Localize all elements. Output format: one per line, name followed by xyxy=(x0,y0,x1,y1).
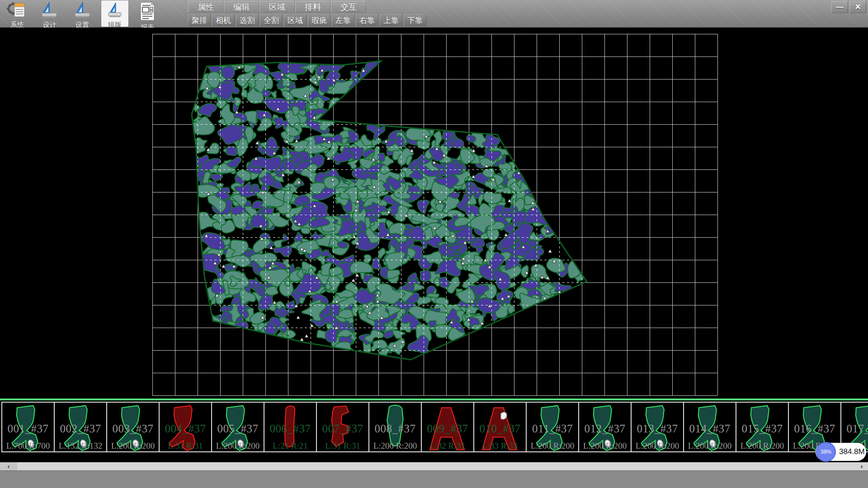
piece-cells: 001_#37L:700 R:700002_#37L:132 R:132003_… xyxy=(1,402,868,452)
tool-button-bar: 聚排相机选割全割区域瑕疵左靠右靠上靠下靠 xyxy=(188,14,426,26)
tool-button-2[interactable]: 选割 xyxy=(236,14,259,26)
menu-tab-0[interactable]: 属性 xyxy=(188,1,223,13)
window-controls: — ✕ xyxy=(831,1,866,13)
piece-lr-count: L:200 R:200 xyxy=(632,441,683,451)
piece-id-label: 006_#37 xyxy=(264,422,316,435)
close-button[interactable]: ✕ xyxy=(849,1,866,13)
memory-usage-value: 384.8M xyxy=(839,443,865,461)
piece-id-label: 005_#37 xyxy=(212,422,264,435)
piece-id-label: 013_#37 xyxy=(632,422,683,435)
tool-button-0[interactable]: 聚排 xyxy=(188,14,211,26)
piece-cell-008_#37[interactable]: 008_#37L:200 R:200 xyxy=(368,402,422,452)
piece-lr-count: L:21 R:21 xyxy=(264,441,316,451)
tool-button-6[interactable]: 左靠 xyxy=(332,14,354,26)
piece-lr-count: L:200 R:200 xyxy=(736,441,788,451)
piece-lr-count: L:31 R:31 xyxy=(317,441,368,451)
piece-lr-count: L:200 R:200 xyxy=(212,441,264,451)
piece-lr-count: L:31 R:31 xyxy=(160,441,211,451)
top-ribbon: 系统设计设置排版报表 属性编辑区域排料交互 聚排相机选割全割区域瑕疵左靠右靠上靠… xyxy=(0,0,868,28)
piece-lr-count: L:200 R:200 xyxy=(107,441,159,451)
piece-lr-count: L:200 R:200 xyxy=(684,441,736,451)
scroll-left-arrow-icon[interactable]: ‹ xyxy=(0,462,17,470)
piece-lr-count: L:200 R:200 xyxy=(527,441,578,451)
progress-percent-circle: 38% xyxy=(816,442,836,462)
tool-button-7[interactable]: 右靠 xyxy=(356,14,378,26)
nesting-canvas[interactable] xyxy=(0,28,868,397)
piece-id-label: 012_#37 xyxy=(579,422,631,435)
piece-cell-012_#37[interactable]: 012_#37L:200 R:200 xyxy=(578,402,632,452)
piece-cell-007_#37[interactable]: 007_#37L:31 R:31 xyxy=(316,402,369,452)
piece-cell-005_#37[interactable]: 005_#37L:200 R:200 xyxy=(211,402,264,452)
strip-divider-line xyxy=(0,399,868,400)
piece-cell-013_#37[interactable]: 013_#37L:200 R:200 xyxy=(631,402,684,452)
piece-id-label: 015_#37 xyxy=(736,422,788,435)
piece-cell-011_#37[interactable]: 011_#37L:200 R:200 xyxy=(526,402,579,452)
tool-button-5[interactable]: 瑕疵 xyxy=(308,14,330,26)
piece-id-label: 002_#37 xyxy=(55,422,106,435)
piece-lr-count: L:200 R:200 xyxy=(579,441,631,451)
big-button-report[interactable]: 报表 xyxy=(134,0,161,27)
piece-cell-003_#37[interactable]: 003_#37L:200 R:200 xyxy=(106,402,160,452)
settings-icon xyxy=(72,1,93,20)
system-icon xyxy=(7,1,28,20)
piece-thumbnail-strip: 001_#37L:700 R:700002_#37L:132 R:132003_… xyxy=(0,397,868,462)
menu-tab-bar: 属性编辑区域排料交互 xyxy=(188,1,367,13)
piece-lr-count: L:32 R:31 xyxy=(422,441,473,451)
scroll-right-arrow-icon[interactable]: › xyxy=(856,462,867,470)
big-button-design[interactable]: 设计 xyxy=(36,0,63,27)
piece-cell-004_#37[interactable]: 004_#37L:31 R:31 xyxy=(159,402,212,452)
design-icon xyxy=(39,1,60,20)
nesting-icon xyxy=(104,1,125,20)
piece-id-label: 009_#37 xyxy=(422,422,473,435)
piece-id-label: 003_#37 xyxy=(107,422,159,435)
piece-cell-001_#37[interactable]: 001_#37L:700 R:700 xyxy=(1,402,55,452)
tool-button-9[interactable]: 下靠 xyxy=(404,14,426,26)
status-bar xyxy=(0,470,868,488)
piece-cell-010_#37[interactable]: 010_#37L:33 R:33 xyxy=(473,402,527,452)
big-button-bar: 系统设计设置排版报表 xyxy=(4,0,161,27)
piece-id-label: 007_#37 xyxy=(317,422,368,435)
memory-usage-badge: 38% 384.8M xyxy=(816,443,866,461)
piece-id-label: 011_#37 xyxy=(527,422,578,435)
piece-cell-015_#37[interactable]: 015_#37L:200 R:200 xyxy=(736,402,789,452)
piece-hole xyxy=(501,412,507,419)
minimize-button[interactable]: — xyxy=(831,1,848,13)
piece-lr-count: L:132 R:132 xyxy=(55,441,106,451)
menu-tab-1[interactable]: 编辑 xyxy=(224,1,259,13)
piece-cell-006_#37[interactable]: 006_#37L:21 R:21 xyxy=(264,402,317,452)
piece-id-label: 004_#37 xyxy=(160,422,211,435)
piece-lr-count: L:700 R:700 xyxy=(2,441,54,451)
tool-button-8[interactable]: 上靠 xyxy=(380,14,402,26)
horizontal-scrollbar[interactable]: ‹ › xyxy=(0,462,868,470)
tool-button-3[interactable]: 全割 xyxy=(260,14,283,26)
piece-id-label: 017_#37 xyxy=(841,422,868,435)
piece-id-label: 014_#37 xyxy=(684,422,736,435)
menu-tab-4[interactable]: 交互 xyxy=(331,1,366,13)
piece-lr-count: L:200 R:200 xyxy=(369,441,421,451)
piece-id-label: 016_#37 xyxy=(789,422,840,435)
piece-lr-count: L:33 R:33 xyxy=(474,441,526,451)
menu-tab-2[interactable]: 区域 xyxy=(259,1,295,13)
piece-id-label: 008_#37 xyxy=(369,422,421,435)
report-icon xyxy=(137,1,158,23)
big-button-nesting[interactable]: 排版 xyxy=(101,0,128,27)
piece-id-label: 010_#37 xyxy=(474,422,526,435)
piece-cell-002_#37[interactable]: 002_#37L:132 R:132 xyxy=(54,402,107,452)
tool-button-4[interactable]: 区域 xyxy=(284,14,307,26)
nesting-workspace xyxy=(0,28,868,397)
piece-cell-014_#37[interactable]: 014_#37L:200 R:200 xyxy=(683,402,736,452)
big-button-settings[interactable]: 设置 xyxy=(69,0,96,27)
piece-cell-009_#37[interactable]: 009_#37L:32 R:31 xyxy=(421,402,474,452)
big-button-system[interactable]: 系统 xyxy=(4,0,31,27)
tool-button-1[interactable]: 相机 xyxy=(212,14,235,26)
piece-id-label: 001_#37 xyxy=(2,422,54,435)
menu-tab-3[interactable]: 排料 xyxy=(295,1,330,13)
